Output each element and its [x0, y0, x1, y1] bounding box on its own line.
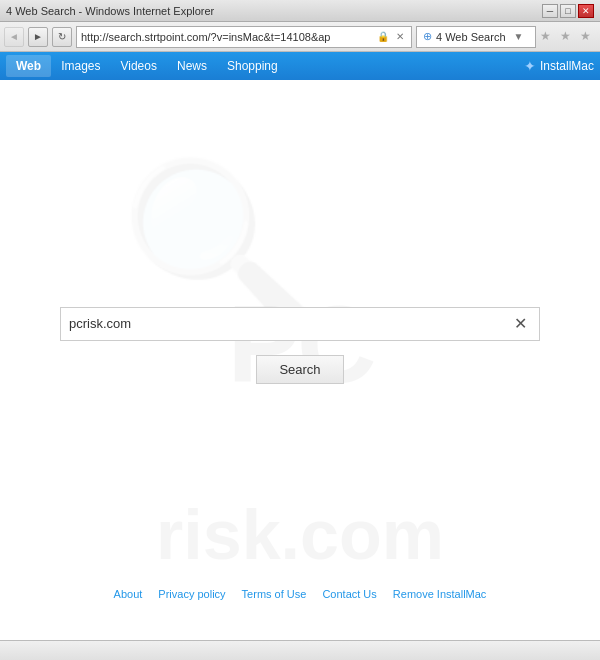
installmac-label: InstallMac	[540, 59, 594, 73]
footer-links: About Privacy policy Terms of Use Contac…	[114, 588, 487, 600]
search-input-row[interactable]: ✕	[60, 307, 540, 341]
tab-videos[interactable]: Videos	[110, 55, 166, 77]
search-tab-text: 4 Web Search	[436, 31, 506, 43]
search-button[interactable]: Search	[256, 355, 343, 384]
minimize-button[interactable]: ─	[542, 4, 558, 18]
title-bar-left: 4 Web Search - Windows Internet Explorer	[6, 5, 214, 17]
favorites-star[interactable]: ★	[540, 29, 556, 45]
status-bar	[0, 640, 600, 660]
window-controls[interactable]: ─ □ ✕	[542, 4, 594, 18]
watermark-riskcom: risk.com	[156, 495, 444, 575]
search-tab-area: ⊕ 4 Web Search ▼	[416, 26, 536, 48]
maximize-button[interactable]: □	[560, 4, 576, 18]
search-clear-button[interactable]: ✕	[510, 314, 531, 333]
installmac-button[interactable]: ✦ InstallMac	[524, 58, 594, 74]
search-tab-icon: ⊕	[423, 30, 432, 43]
footer-about[interactable]: About	[114, 588, 143, 600]
close-button[interactable]: ✕	[578, 4, 594, 18]
search-area: ✕ Search	[60, 307, 540, 384]
nav-tabs-left: Web Images Videos News Shopping	[6, 55, 288, 77]
tab-images[interactable]: Images	[51, 55, 110, 77]
search-tab-close-icon[interactable]: ▼	[514, 31, 524, 42]
title-bar: 4 Web Search - Windows Internet Explorer…	[0, 0, 600, 22]
address-icons: 🔒 ✕	[376, 30, 407, 44]
favorites-star3[interactable]: ★	[580, 29, 596, 45]
favorites-star2[interactable]: ★	[560, 29, 576, 45]
footer-contact[interactable]: Contact Us	[322, 588, 376, 600]
footer-remove-installmac[interactable]: Remove InstallMac	[393, 588, 487, 600]
forward-button[interactable]: ►	[28, 27, 48, 47]
url-text: http://search.strtpoint.com/?v=insMac&t=…	[81, 31, 376, 43]
tab-news[interactable]: News	[167, 55, 217, 77]
address-box[interactable]: http://search.strtpoint.com/?v=insMac&t=…	[76, 26, 412, 48]
lock-icon: 🔒	[376, 30, 390, 44]
window-title: 4 Web Search - Windows Internet Explorer	[6, 5, 214, 17]
footer-privacy[interactable]: Privacy policy	[158, 588, 225, 600]
nav-tabs-right: ✦ InstallMac	[524, 58, 594, 74]
address-bar-row: ◄ ► ↻ http://search.strtpoint.com/?v=ins…	[0, 22, 600, 52]
tab-web[interactable]: Web	[6, 55, 51, 77]
installmac-icon: ✦	[524, 58, 536, 74]
main-content: 🔍 PC risk.com ✕ Search About Privacy pol…	[0, 80, 600, 630]
nav-tabs: Web Images Videos News Shopping ✦ Instal…	[0, 52, 600, 80]
search-input[interactable]	[69, 316, 510, 331]
tab-shopping[interactable]: Shopping	[217, 55, 288, 77]
back-button[interactable]: ◄	[4, 27, 24, 47]
footer-terms[interactable]: Terms of Use	[242, 588, 307, 600]
refresh-addr-icon[interactable]: ✕	[393, 30, 407, 44]
refresh-button[interactable]: ↻	[52, 27, 72, 47]
